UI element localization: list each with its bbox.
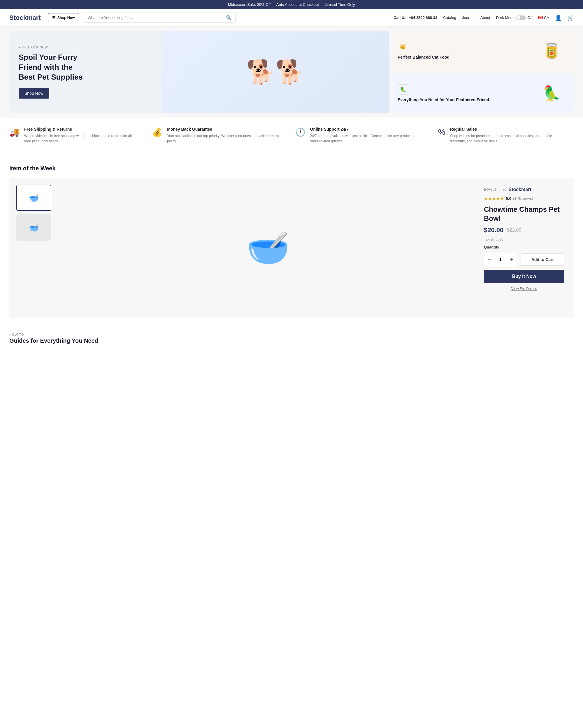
bird-card-text: 🦜 Everything You Need for Your Feathered… [397,84,530,102]
guides-title: Guides for Everything You Need [9,337,574,344]
price-block: $20.00 $22.00 [484,226,564,234]
shipping-icon: 🚚 [9,127,20,137]
hero-shop-button[interactable]: Shop Now [19,88,49,99]
call-us: Call Us: +84 2500 888 33 [393,16,437,20]
benefit-sales-title: Regular Sales [450,127,567,132]
nav-catalog[interactable]: Catalog [443,16,456,20]
hero-side-cards: 🐱 Perfect Balanced Cat Food 🥫 🦜 Everythi… [393,31,574,113]
hero-image-area: 🐕🐕 [162,31,389,113]
toggle-track[interactable] [516,16,526,20]
benefit-shipping-desc: We provide hassle-free shopping with fre… [24,133,138,144]
search-input[interactable] [88,16,224,20]
main-nav: Catalog Journal About [443,16,490,20]
side-card-cat[interactable]: 🐱 Perfect Balanced Cat Food 🥫 [393,31,574,70]
quantity-decrease-button[interactable]: − [484,253,495,266]
benefit-sales: % Regular Sales Shop with us for premium… [431,127,574,144]
quantity-row: − + Add to Cart [484,253,564,266]
price-current: $20.00 [484,226,503,234]
hamburger-shop-label: Shop Now [57,16,75,20]
bird-card-title: Everything You Need for Your Feathered F… [397,97,530,102]
product-name: Chowtime Champs Pet Bowl [484,205,564,223]
benefit-money-back: 💰 Money Back Guarantee Your satisfaction… [145,127,288,144]
quantity-input[interactable] [495,257,506,262]
cart-icon[interactable]: 🛒 [567,15,574,21]
money-back-icon: 💰 [152,127,162,137]
announcement-bar: Midseason Sale: 20% Off — Auto Applied a… [0,0,583,9]
dark-mode-off-label: Off [527,16,532,20]
benefit-support: 🕐 Online Support 24/7 24/7 support avail… [288,127,431,144]
guides-section: HOW TO Guides for Everything You Need [0,323,583,350]
category-divider: | [499,187,500,192]
stars-icon: ★★★★★ [484,196,504,201]
benefit-shipping: 🚚 Free Shipping & Returns We provide has… [9,127,145,144]
view-full-details-link[interactable]: View Full Details [484,287,564,291]
product-main-image: 🥣 [62,178,475,318]
benefit-support-text: Online Support 24/7 24/7 support availab… [310,127,424,144]
header-meta: Call Us: +84 2500 888 33 Catalog Journal… [393,15,574,21]
benefit-support-desc: 24/7 support available with just a click… [310,133,424,144]
bird-icon: 🦜 [397,84,408,95]
cat-food-image: 🥫 [534,37,569,64]
quantity-label: Quantity: [484,245,564,250]
add-to-cart-button[interactable]: Add to Cart [521,254,564,266]
logo[interactable]: Stockmart [9,14,41,22]
search-bar: 🔍 [84,12,235,23]
cat-icon: 🐱 [397,42,408,52]
how-to-label: HOW TO [9,333,574,336]
nav-journal[interactable]: Journal [462,16,475,20]
bird-image: 🦜 [534,80,569,107]
benefit-support-title: Online Support 24/7 [310,127,424,132]
sales-icon: % [438,127,445,137]
quantity-control: − + [484,253,517,266]
hamburger-icon: ☰ [52,16,56,20]
reviews-count: (1 Reviews) [513,196,533,201]
hero-main-card: IN STOCK NOW Spoil Your Furry Friend wit… [9,31,389,113]
benefits-strip: 🚚 Free Shipping & Returns We provide has… [0,118,583,153]
announcement-text: Midseason Sale: 20% Off — Auto Applied a… [228,2,355,7]
item-week-title: Item of the Week [9,165,574,172]
hamburger-shop-button[interactable]: ☰ Shop Now [48,13,79,22]
hero-section: IN STOCK NOW Spoil Your Furry Friend wit… [0,27,583,118]
product-rating: ★★★★★ 5.0 (1 Reviews) [484,196,564,201]
product-card: 🥣 🥣 🥣 BOWLS | by Stockmart ★★★★★ 5.0 (1 … [9,178,574,318]
buy-now-button[interactable]: Buy It Now [484,270,564,283]
nav-about[interactable]: About [480,16,490,20]
dark-mode-toggle[interactable]: Dark Mode Off [496,16,533,20]
benefit-money-text: Money Back Guarantee Your satisfaction i… [167,127,281,144]
search-icon: 🔍 [226,15,232,20]
thumbnail-2[interactable]: 🥣 [16,214,51,241]
price-old: $22.00 [507,228,521,233]
benefit-sales-text: Regular Sales Shop with us for premium p… [450,127,567,144]
cat-card-text: 🐱 Perfect Balanced Cat Food [397,42,530,60]
benefit-shipping-text: Free Shipping & Returns We provide hassl… [24,127,138,144]
in-stock-label: IN STOCK NOW [19,46,89,49]
hero-title: Spoil Your Furry Friend with the Best Pe… [19,52,89,82]
account-icon[interactable]: 👤 [555,15,561,21]
benefit-shipping-title: Free Shipping & Returns [24,127,138,132]
hero-text-block: IN STOCK NOW Spoil Your Furry Friend wit… [19,46,89,98]
region-flag[interactable]: 🇨🇦 CA [538,16,549,20]
hero-dogs-image: 🐕🐕 [162,31,389,113]
benefit-money-desc: Your satisfaction is our top priority. W… [167,133,281,144]
product-info: BOWLS | by Stockmart ★★★★★ 5.0 (1 Review… [475,178,574,318]
benefit-money-title: Money Back Guarantee [167,127,281,132]
tax-note: Tax included. [484,237,564,241]
quantity-increase-button[interactable]: + [506,253,517,266]
item-of-week-section: Item of the Week 🥣 🥣 🥣 BOWLS | by Stockm… [0,153,583,323]
product-brand-link[interactable]: Stockmart [509,187,531,192]
header: Stockmart ☰ Shop Now 🔍 Call Us: +84 2500… [0,9,583,27]
rating-number: 5.0 [506,196,511,201]
thumbnail-1[interactable]: 🥣 [16,185,51,211]
cat-card-title: Perfect Balanced Cat Food [397,55,530,60]
dark-mode-label: Dark Mode [496,16,515,20]
support-icon: 🕐 [295,127,305,137]
toggle-thumb [517,16,520,20]
side-card-bird[interactable]: 🦜 Everything You Need for Your Feathered… [393,74,574,113]
product-thumbnails: 🥣 🥣 [9,178,62,318]
benefit-sales-desc: Shop with us for premium pet food, essen… [450,133,567,144]
product-brand-label: by [503,188,506,191]
product-category: BOWLS [484,188,497,191]
